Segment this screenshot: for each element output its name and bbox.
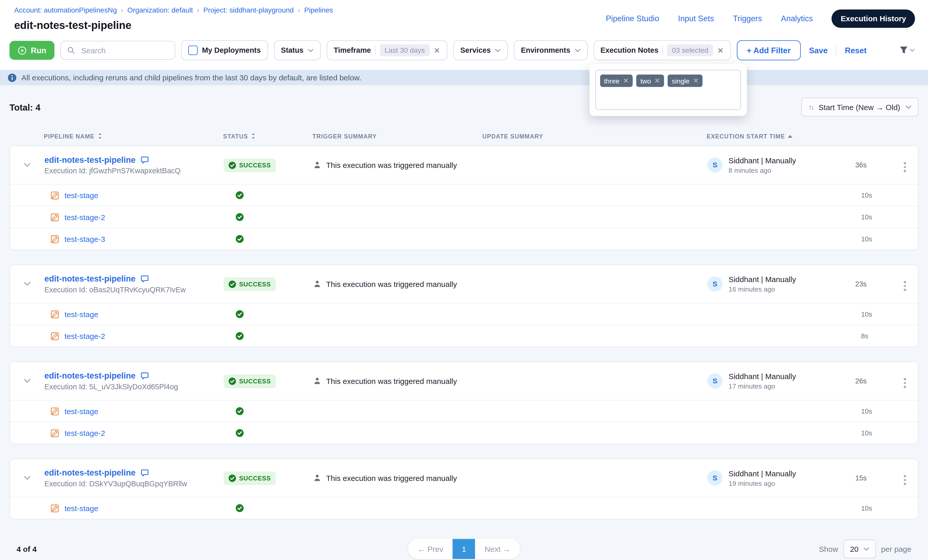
stage-name-link[interactable]: test-stage-2 xyxy=(64,428,105,437)
remove-tag-icon[interactable]: ✕ xyxy=(693,77,699,84)
my-deployments-checkbox[interactable] xyxy=(188,46,198,55)
execution-id: Execution Id: 5L_uV3JkSlyDoXd65Pl4og xyxy=(44,383,224,391)
avatar[interactable]: S xyxy=(707,373,723,388)
page-size-select[interactable]: 20 xyxy=(844,540,876,558)
reset-filter-button[interactable]: Reset xyxy=(843,46,869,55)
stage-row[interactable]: test-stage-3 10s xyxy=(10,228,918,250)
execution-duration: 36s xyxy=(855,161,901,169)
execution-id: Execution Id: oBas2UqTRvKcyuQRK7IvEw xyxy=(44,286,224,294)
add-filter-button[interactable]: + Add Filter xyxy=(737,40,801,60)
start-time-ago: 19 minutes ago xyxy=(728,479,796,487)
notes-comment-icon[interactable] xyxy=(140,468,149,477)
avatar[interactable]: S xyxy=(707,157,723,173)
status-filter[interactable]: Status xyxy=(274,40,321,60)
stage-name-link[interactable]: test-stage xyxy=(64,407,98,415)
stage-name-link[interactable]: test-stage xyxy=(64,504,98,513)
stage-success-icon xyxy=(236,213,244,221)
stage-name-link[interactable]: test-stage-2 xyxy=(64,332,105,340)
more-options-button[interactable] xyxy=(901,376,908,390)
breadcrumb-project[interactable]: Project: siddhant-playground xyxy=(203,6,294,14)
sort-asc-icon[interactable] xyxy=(788,135,792,138)
pipeline-name-link[interactable]: edit-notes-test-pipeline xyxy=(44,371,136,380)
more-options-button[interactable] xyxy=(901,279,908,293)
stage-row[interactable]: test-stage-2 8s xyxy=(10,325,918,347)
more-options-button[interactable] xyxy=(901,160,908,174)
environments-filter[interactable]: Environments xyxy=(514,40,588,60)
sort-updown-icon[interactable] xyxy=(251,132,256,140)
stage-success-icon xyxy=(236,310,244,318)
prev-page-button[interactable]: ← Prev xyxy=(408,539,453,559)
column-pipeline-name[interactable]: PIPELINE NAME xyxy=(44,132,223,140)
chevron-down-icon xyxy=(863,547,869,551)
timeframe-filter[interactable]: Timeframe Last 30 days ✕ xyxy=(327,40,447,60)
execution-notes-filter[interactable]: Execution Notes 03 selected ✕ xyxy=(593,40,731,60)
trigger-summary: This execution was triggered manually xyxy=(326,280,457,288)
notes-comment-icon[interactable] xyxy=(140,274,149,283)
stage-name-link[interactable]: test-stage-2 xyxy=(64,213,105,222)
column-status[interactable]: STATUS xyxy=(223,132,312,140)
page-1-button[interactable]: 1 xyxy=(453,539,475,559)
execution-notes-clear-icon[interactable]: ✕ xyxy=(717,46,723,55)
save-filter-button[interactable]: Save xyxy=(807,46,830,55)
execution-notes-anchor: Execution Notes 03 selected ✕ three ✕ tw… xyxy=(593,40,731,60)
sort-updown-icon[interactable] xyxy=(97,132,102,140)
tab-execution-history[interactable]: Execution History xyxy=(832,9,915,28)
stage-row[interactable]: test-stage 10s xyxy=(10,184,918,206)
services-filter[interactable]: Services xyxy=(453,40,508,60)
my-deployments-filter[interactable]: My Deployments xyxy=(181,40,268,60)
notes-comment-icon[interactable] xyxy=(140,155,149,164)
sort-dropdown[interactable]: ↑↓ Start Time (New → Old) xyxy=(801,97,919,116)
triggered-by: Siddhant | Manually xyxy=(728,469,796,478)
collapse-chevron-icon[interactable] xyxy=(24,282,31,286)
stage-name-link[interactable]: test-stage xyxy=(64,310,98,319)
stage-row[interactable]: test-stage-2 10s xyxy=(10,422,918,444)
remove-tag-icon[interactable]: ✕ xyxy=(623,77,629,84)
collapse-chevron-icon[interactable] xyxy=(24,379,31,383)
stage-name-link[interactable]: test-stage xyxy=(64,191,98,199)
execution-row[interactable]: edit-notes-test-pipeline Execution Id: D… xyxy=(10,459,918,497)
more-options-button[interactable] xyxy=(901,473,908,487)
execution-notes-tag-input[interactable]: three ✕ two ✕ single ✕ xyxy=(595,70,741,110)
execution-row[interactable]: edit-notes-test-pipeline Execution Id: o… xyxy=(10,265,918,303)
success-check-icon xyxy=(228,161,236,169)
tab-triggers[interactable]: Triggers xyxy=(733,14,762,23)
timeframe-clear-icon[interactable]: ✕ xyxy=(434,46,440,55)
column-trigger-summary: TRIGGER SUMMARY xyxy=(312,133,482,139)
avatar[interactable]: S xyxy=(707,470,723,485)
play-icon xyxy=(18,46,27,55)
stage-duration: 8s xyxy=(855,332,901,339)
pipeline-name-link[interactable]: edit-notes-test-pipeline xyxy=(44,468,136,477)
breadcrumb-account[interactable]: Account: automationPipelinesNg xyxy=(14,6,117,14)
search-input[interactable] xyxy=(80,45,154,55)
avatar[interactable]: S xyxy=(707,276,723,292)
pipeline-nav: Pipeline Studio Input Sets Triggers Anal… xyxy=(606,9,915,28)
edit-stage-icon xyxy=(50,191,59,199)
tab-input-sets[interactable]: Input Sets xyxy=(678,14,714,23)
stage-row[interactable]: test-stage 10s xyxy=(10,497,918,519)
stage-duration: 10s xyxy=(855,192,901,199)
execution-row[interactable]: edit-notes-test-pipeline Execution Id: 5… xyxy=(10,362,918,400)
remove-tag-icon[interactable]: ✕ xyxy=(655,77,660,84)
execution-row[interactable]: edit-notes-test-pipeline Execution Id: j… xyxy=(10,146,918,184)
next-page-button[interactable]: Next → xyxy=(475,539,520,559)
stage-name-link[interactable]: test-stage-3 xyxy=(64,234,105,243)
tab-analytics[interactable]: Analytics xyxy=(781,14,813,23)
run-button[interactable]: Run xyxy=(9,41,55,59)
breadcrumb-organization[interactable]: Organization: default xyxy=(127,6,193,14)
stage-row[interactable]: test-stage 10s xyxy=(10,303,918,325)
collapse-chevron-icon[interactable] xyxy=(24,163,31,167)
breadcrumb-pipelines[interactable]: Pipelines xyxy=(304,6,333,14)
notes-comment-icon[interactable] xyxy=(140,371,149,380)
pipeline-name-link[interactable]: edit-notes-test-pipeline xyxy=(44,155,136,164)
collapse-chevron-icon[interactable] xyxy=(24,476,31,480)
stage-row[interactable]: test-stage-2 10s xyxy=(10,206,918,228)
stage-duration: 10s xyxy=(855,213,901,221)
pipeline-name-link[interactable]: edit-notes-test-pipeline xyxy=(44,274,136,283)
stage-row[interactable]: test-stage 10s xyxy=(10,400,918,422)
execution-history-page: Account: automationPipelinesNg › Organiz… xyxy=(0,0,928,560)
success-check-icon xyxy=(228,474,236,482)
column-execution-start-time[interactable]: EXECUTION START TIME xyxy=(707,133,855,139)
filter-panel-button[interactable] xyxy=(899,46,915,55)
tab-pipeline-studio[interactable]: Pipeline Studio xyxy=(606,14,659,23)
main-content: Total: 4 ↑↓ Start Time (New → Old) PIPEL… xyxy=(0,98,928,560)
